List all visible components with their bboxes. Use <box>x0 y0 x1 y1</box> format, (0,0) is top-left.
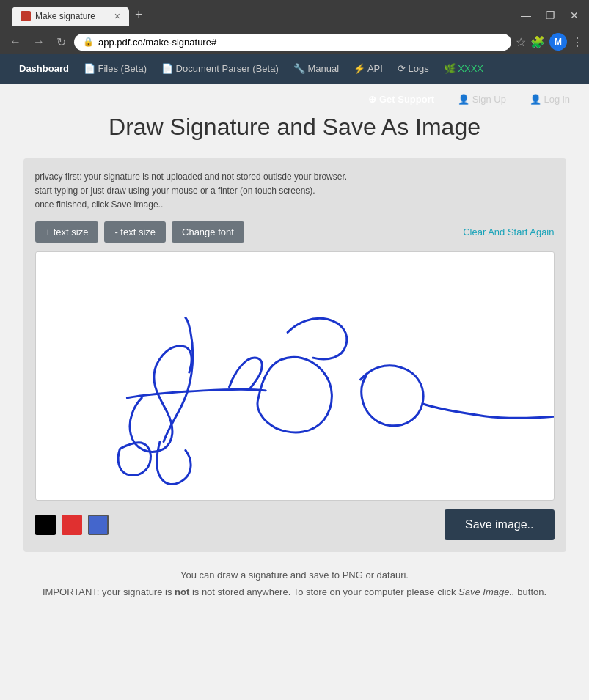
controls-row: + text size - text size Change font Clea… <box>35 221 555 243</box>
tab-title: Make signature <box>35 11 95 21</box>
nav-login[interactable]: 👤 Log in <box>522 84 577 115</box>
nav-dashboard[interactable]: Dashboard <box>12 54 76 84</box>
page-title: Draw Signature and Save As Image <box>15 114 574 141</box>
colors-row: Save image.. <box>35 509 555 540</box>
increase-text-size-button[interactable]: + text size <box>35 221 99 243</box>
nav-manual[interactable]: 🔧 Manual <box>286 54 346 84</box>
footer-save-link: Save Image.. <box>458 586 515 597</box>
minimize-button[interactable]: — <box>516 8 535 23</box>
signature-canvas[interactable] <box>35 251 555 501</box>
window-controls: — ❐ ✕ <box>516 8 583 23</box>
close-button[interactable]: ✕ <box>566 8 583 23</box>
nav-api[interactable]: ⚡ API <box>346 54 390 84</box>
nav-get-support[interactable]: ⊕ Get Support <box>361 84 442 115</box>
address-input[interactable] <box>98 37 502 48</box>
save-image-button[interactable]: Save image.. <box>445 509 554 540</box>
address-bar-row: ← → ↻ 🔒 ☆ 🧩 M ⋮ <box>0 30 589 54</box>
extension-icons: ☆ 🧩 M ⋮ <box>516 33 583 51</box>
color-blue[interactable] <box>88 515 109 535</box>
back-button[interactable]: ← <box>6 34 25 50</box>
footer-text: You can draw a signature and save to PNG… <box>23 567 566 601</box>
color-black[interactable] <box>35 515 56 535</box>
address-bar[interactable]: 🔒 <box>74 34 511 51</box>
refresh-button[interactable]: ↻ <box>53 34 70 51</box>
nav-right: ⊕ Get Support 👤 Sign Up 👤 Log in <box>361 84 577 115</box>
restore-button[interactable]: ❐ <box>541 8 560 23</box>
footer-line2: IMPORTANT: your signature is not is not … <box>23 583 566 600</box>
nav-files[interactable]: 📄 Files (Beta) <box>76 54 154 84</box>
decrease-text-size-button[interactable]: - text size <box>104 221 166 243</box>
browser-chrome: Make signature × + — ❐ ✕ ← → ↻ 🔒 ☆ 🧩 M ⋮ <box>0 0 589 54</box>
signature-container: privacy first: your signature is not upl… <box>23 158 566 552</box>
tab-close-button[interactable]: × <box>114 11 120 21</box>
footer-not: not <box>175 586 189 597</box>
site-nav: Dashboard 📄 Files (Beta) 📄 Document Pars… <box>0 54 589 84</box>
footer-btn-text: button. <box>515 586 546 597</box>
nav-document-parser[interactable]: 📄 Document Parser (Beta) <box>154 54 286 84</box>
nav-xxxx[interactable]: 🌿 XXXX <box>436 54 491 84</box>
title-bar: Make signature × + — ❐ ✕ <box>0 0 589 30</box>
privacy-notice: privacy first: your signature is not upl… <box>35 170 555 213</box>
lock-icon: 🔒 <box>83 37 94 47</box>
color-red[interactable] <box>62 515 82 535</box>
profile-avatar[interactable]: M <box>549 33 567 51</box>
clear-button[interactable]: Clear And Start Again <box>463 226 554 237</box>
footer-important-start: IMPORTANT: your signature is <box>43 586 175 597</box>
nav-sign-up[interactable]: 👤 Sign Up <box>450 84 513 115</box>
extensions-icon[interactable]: 🧩 <box>530 35 545 49</box>
footer-line1: You can draw a signature and save to PNG… <box>23 567 566 583</box>
tab-area: Make signature × + <box>6 4 513 26</box>
forward-button[interactable]: → <box>29 34 48 50</box>
new-tab-button[interactable]: + <box>129 4 149 26</box>
change-font-button[interactable]: Change font <box>172 221 244 243</box>
bookmark-icon[interactable]: ☆ <box>516 35 526 49</box>
privacy-line3: once finished, click Save Image.. <box>35 198 555 212</box>
nav-logs[interactable]: ⟳ Logs <box>390 54 436 84</box>
privacy-line2: start typing or just draw using your mou… <box>35 184 555 198</box>
tab-favicon <box>21 11 31 21</box>
footer-middle: is not stored anywhere. To store on your… <box>189 586 458 597</box>
active-tab[interactable]: Make signature × <box>12 7 129 26</box>
privacy-line1: privacy first: your signature is not upl… <box>35 170 555 184</box>
main-content: Draw Signature and Save As Image privacy… <box>0 84 589 622</box>
menu-icon[interactable]: ⋮ <box>571 35 583 49</box>
signature-drawing[interactable] <box>36 252 554 500</box>
